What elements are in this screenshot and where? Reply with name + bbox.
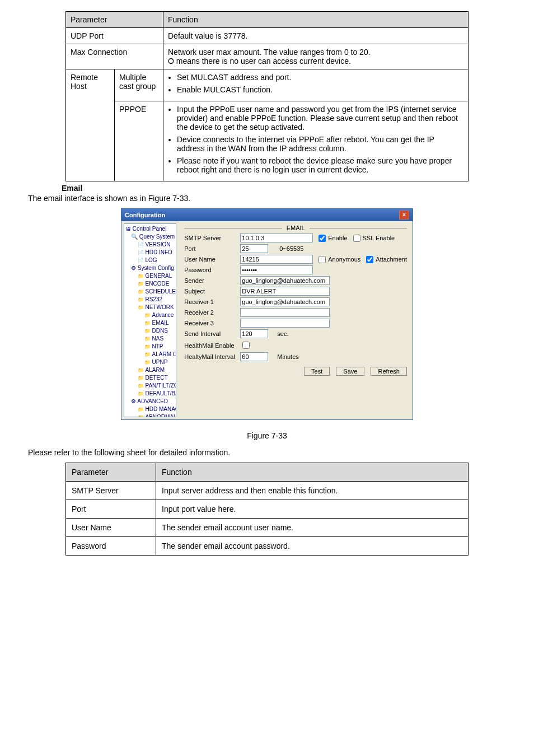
cell-max-func: Network user max amount. The value range…: [163, 44, 469, 69]
parameter-table-1: Parameter Function UDP Port Default valu…: [65, 11, 469, 181]
bullet: Set MULCAST address and port.: [177, 73, 463, 82]
tree-item[interactable]: NAS: [125, 335, 175, 343]
cell-udp-param: UDP Port: [66, 28, 163, 44]
parameter-table-2: Parameter Function SMTP Server Input ser…: [65, 463, 469, 556]
cell-remote-host: Remote Host: [66, 69, 115, 181]
sec-label: sec.: [277, 330, 288, 337]
col-function: Function: [156, 463, 469, 482]
tree-item[interactable]: DDNS: [125, 327, 175, 335]
sender-input[interactable]: [240, 276, 330, 285]
tree-item[interactable]: DEFAULT/BACKUP: [125, 390, 175, 398]
receiver3-input[interactable]: [240, 319, 330, 328]
cell-udp-func: Default value is 37778.: [163, 28, 469, 44]
tree-item[interactable]: NETWORK: [125, 304, 175, 311]
tree-item[interactable]: HDD INFO: [125, 249, 175, 256]
tree-item[interactable]: ⚙ System Config: [125, 264, 175, 272]
test-button[interactable]: Test: [304, 367, 330, 376]
receiver1-input[interactable]: [240, 297, 330, 306]
cell-user-param: User Name: [66, 519, 156, 537]
tree-item[interactable]: 🔍 Query System Info: [125, 233, 175, 241]
cell-port-func: Input port value here.: [156, 500, 469, 519]
tree-item[interactable]: NTP: [125, 343, 175, 351]
label-user: User Name: [184, 256, 240, 263]
nav-tree[interactable]: 🖥 Control Panel 🔍 Query System Info VERS…: [124, 223, 176, 417]
table-row: User Name The sender email account user …: [66, 519, 469, 537]
port-range: 0~65535: [279, 245, 303, 252]
email-intro-text: The email interface is shown as in Figur…: [28, 194, 506, 203]
bullet: Device connects to the internet via PPPo…: [177, 135, 463, 153]
label-healthmail-interval: HealtyMail Interval: [184, 353, 240, 360]
table-row: Password The sender email account passwo…: [66, 537, 469, 556]
window-titlebar: Configuration ×: [121, 209, 413, 221]
cell-mcast-func: Set MULCAST address and port. Enable MUL…: [163, 69, 469, 101]
healthmail-enable-checkbox[interactable]: [242, 342, 250, 349]
close-icon[interactable]: ×: [399, 211, 409, 220]
cell-mcast-param: Multiple cast group: [115, 69, 163, 101]
ssl-checkbox[interactable]: [353, 235, 360, 242]
cell-pass-func: The sender email account password.: [156, 537, 469, 556]
tree-item[interactable]: ⚙ ADVANCED: [125, 398, 175, 405]
tree-item[interactable]: 🖥 Control Panel: [125, 225, 175, 233]
tree-item[interactable]: ENCODE: [125, 280, 175, 288]
tree-item[interactable]: SCHEDULE: [125, 288, 175, 296]
tree-item[interactable]: GENERAL: [125, 272, 175, 280]
attachment-label: Attachment: [376, 256, 407, 263]
tree-item[interactable]: UPNP: [125, 358, 175, 366]
cell-smtp-param: SMTP Server: [66, 482, 156, 500]
cell-pppoe-func: Input the PPPoE user name and password y…: [163, 101, 469, 181]
label-receiver3: Receiver 3: [184, 320, 240, 326]
attachment-checkbox[interactable]: [366, 256, 373, 263]
label-send-interval: Send Interval: [184, 330, 240, 337]
table-row: Port Input port value here.: [66, 500, 469, 519]
cell-max-param: Max Connection: [66, 44, 163, 69]
cell-smtp-func: Input server address and then enable thi…: [156, 482, 469, 500]
email-form: EMAIL SMTP Server Enable SSL Enable Port…: [179, 221, 413, 419]
tree-item[interactable]: ALARM CENTER: [125, 351, 175, 358]
user-input[interactable]: [240, 255, 313, 264]
table-row: PPPOE Input the PPPoE user name and pass…: [66, 101, 469, 181]
cell-text: O means there is no user can access curr…: [168, 57, 463, 66]
ssl-label: SSL Enable: [363, 235, 395, 241]
bullet: Please note if you want to reboot the de…: [177, 156, 463, 174]
label-port: Port: [184, 245, 240, 252]
cell-port-param: Port: [66, 500, 156, 519]
save-button[interactable]: Save: [336, 367, 364, 376]
table-row: UDP Port Default value is 37778.: [66, 28, 469, 44]
cell-text: Network user max amount. The value range…: [168, 48, 463, 57]
tree-item[interactable]: LOG: [125, 256, 175, 264]
tree-item[interactable]: ALARM: [125, 366, 175, 374]
anonymous-label: Anonymous: [328, 256, 360, 263]
anonymous-checkbox[interactable]: [318, 256, 326, 263]
smtp-input[interactable]: [240, 234, 313, 242]
receiver2-input[interactable]: [240, 308, 330, 317]
form-section-label: EMAIL: [282, 225, 310, 231]
cell-user-func: The sender email account user name.: [156, 519, 469, 537]
table2-intro: Please refer to the following sheet for …: [28, 448, 506, 457]
figure-caption: Figure 7-33: [28, 431, 506, 440]
cell-pppoe-param: PPPOE: [115, 101, 163, 181]
tree-item[interactable]: Advance: [125, 311, 175, 319]
tree-item[interactable]: ABNORMALITY: [125, 413, 175, 417]
table-row: Max Connection Network user max amount. …: [66, 44, 469, 69]
tree-item[interactable]: VERSION: [125, 241, 175, 249]
label-healthmail-enable: HealthMail Enable: [184, 342, 240, 349]
table-row: Remote Host Multiple cast group Set MULC…: [66, 69, 469, 101]
healthmail-interval-input[interactable]: [240, 352, 268, 361]
cell-pass-param: Password: [66, 537, 156, 556]
tree-item[interactable]: DETECT: [125, 374, 175, 382]
send-interval-input[interactable]: [240, 329, 268, 338]
tree-item[interactable]: PAN/TILT/ZOOM: [125, 382, 175, 390]
col-parameter: Parameter: [66, 463, 156, 482]
tree-item[interactable]: RS232: [125, 296, 175, 304]
port-input[interactable]: [240, 244, 268, 253]
subject-input[interactable]: [240, 287, 330, 296]
enable-checkbox[interactable]: [318, 235, 326, 242]
col-parameter: Parameter: [66, 12, 163, 28]
tree-item-email[interactable]: EMAIL: [125, 319, 175, 327]
table-row: SMTP Server Input server address and the…: [66, 482, 469, 500]
refresh-button[interactable]: Refresh: [371, 367, 407, 376]
bullet: Enable MULCAST function.: [177, 85, 463, 94]
minutes-label: Minutes: [277, 353, 299, 360]
tree-item[interactable]: HDD MANAGEMENT: [125, 405, 175, 413]
password-input[interactable]: [240, 265, 313, 274]
